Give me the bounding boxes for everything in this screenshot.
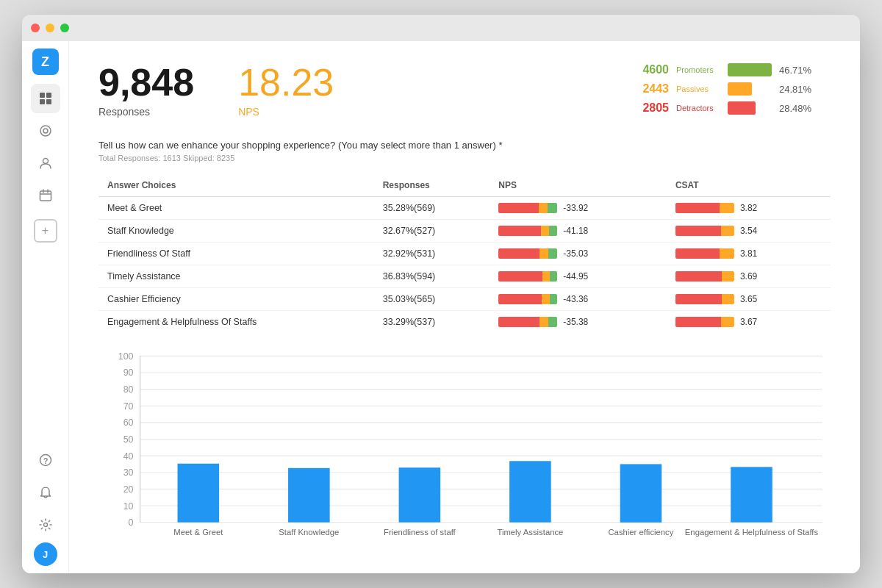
csat-value: 3.65 (740, 294, 757, 304)
close-button[interactable] (31, 24, 40, 32)
sidebar-item-help[interactable]: ? (31, 445, 60, 475)
passives-bar (728, 82, 752, 96)
nps-mini-bar (498, 226, 557, 236)
promoters-count: 4600 (639, 63, 669, 76)
cell-responses: 35.28%(569) (374, 197, 490, 220)
cell-csat: 3.67 (667, 311, 831, 334)
cell-csat: 3.54 (667, 220, 831, 243)
maximize-button[interactable] (60, 24, 69, 32)
svg-point-6 (43, 159, 48, 164)
svg-text:?: ? (43, 456, 48, 465)
cell-answer: Meet & Greet (98, 197, 374, 220)
detractors-count: 2805 (639, 101, 669, 115)
svg-text:60: 60 (123, 417, 134, 428)
minimize-button[interactable] (46, 24, 54, 32)
logo[interactable]: Z (32, 49, 59, 75)
svg-text:Cashier efficiency: Cashier efficiency (608, 528, 673, 537)
responses-label: Responses (98, 106, 194, 118)
csat-mini-bar (675, 271, 734, 282)
question-section: Tell us how can we enhance your shopping… (98, 140, 831, 162)
nps-bar-cell: -43.36 (498, 294, 658, 304)
table-row: Friendliness Of Staff32.92%(531)-35.033.… (98, 243, 831, 265)
svg-text:Meet & Greet: Meet & Greet (173, 528, 223, 537)
bar-friendliness (399, 467, 441, 522)
nps-bar-cell: -35.38 (498, 317, 658, 327)
csat-mini-bar (675, 226, 734, 236)
responses-stat: 9,848 Responses (98, 63, 194, 118)
passives-bar-container (728, 82, 772, 96)
promoters-bar-container (728, 63, 772, 76)
csat-bar-cell: 3.54 (675, 226, 822, 236)
promoters-percent: 46.71% (779, 65, 811, 76)
svg-rect-2 (40, 99, 45, 104)
cell-nps: -35.38 (490, 311, 667, 334)
add-button[interactable]: + (34, 219, 57, 243)
nps-mini-bar (498, 248, 557, 259)
passives-count: 2443 (639, 82, 669, 96)
csat-mini-bar (675, 248, 734, 259)
cell-answer: Engagement & Helpfulness Of Staffs (98, 311, 374, 334)
nps-mini-bar (498, 317, 557, 327)
cell-nps: -41.18 (490, 220, 667, 243)
promoters-row: 4600 Promoters 46.71% (639, 63, 831, 76)
table-row: Engagement & Helpfulness Of Staffs33.29%… (98, 311, 831, 334)
nps-mini-bar (498, 294, 557, 304)
nps-value: -41.18 (563, 226, 588, 236)
sidebar-item-analytics[interactable] (31, 116, 60, 146)
sidebar-item-calendar[interactable] (31, 181, 60, 210)
cell-nps: -33.92 (490, 197, 667, 220)
col-nps: NPS (490, 174, 667, 197)
nps-value: -35.03 (563, 248, 588, 259)
promoters-label: Promoters (676, 65, 720, 74)
cell-responses: 36.83%(594) (374, 265, 490, 288)
cell-answer: Staff Knowledge (98, 220, 374, 243)
cell-csat: 3.65 (667, 288, 831, 311)
bar-engagement (731, 467, 772, 522)
chart-area: 100 90 80 70 60 50 40 30 (98, 348, 831, 542)
svg-text:90: 90 (123, 368, 134, 378)
svg-rect-0 (40, 93, 45, 98)
csat-value: 3.67 (740, 317, 757, 327)
csat-mini-bar (675, 203, 734, 213)
question-meta: Total Responses: 1613 Skipped: 8235 (98, 154, 831, 162)
svg-point-4 (40, 126, 51, 136)
svg-text:40: 40 (123, 451, 134, 462)
nps-number: 18.23 (238, 63, 334, 101)
nps-label: NPS (238, 106, 334, 118)
table-row: Cashier Efficiency35.03%(565)-43.363.65 (98, 288, 831, 311)
bar-staff-knowledge (288, 468, 330, 523)
svg-text:Timely Assistance: Timely Assistance (497, 528, 563, 537)
csat-bar-cell: 3.65 (675, 294, 822, 304)
csat-mini-bar (675, 294, 734, 304)
bar-chart: 100 90 80 70 60 50 40 30 (98, 348, 831, 539)
csat-value: 3.54 (740, 226, 757, 236)
detractors-percent: 28.48% (779, 103, 811, 114)
svg-point-10 (43, 523, 47, 527)
detractors-bar-container (728, 101, 772, 115)
sidebar-item-settings[interactable] (31, 510, 60, 539)
nps-bar-cell: -35.03 (498, 248, 658, 259)
nps-bar-cell: -44.95 (498, 271, 658, 282)
col-csat: CSAT (667, 174, 831, 197)
cell-responses: 32.67%(527) (374, 220, 490, 243)
nps-value: -44.95 (563, 271, 588, 282)
user-avatar[interactable]: J (34, 542, 57, 566)
promoters-bar (728, 63, 772, 76)
csat-bar-cell: 3.69 (675, 271, 822, 282)
svg-text:50: 50 (123, 434, 134, 445)
nps-mini-bar (498, 271, 557, 282)
passives-row: 2443 Passives 24.81% (639, 82, 831, 96)
svg-rect-7 (40, 191, 51, 201)
cell-nps: -43.36 (490, 288, 667, 311)
cell-nps: -44.95 (490, 265, 667, 288)
sidebar-item-notifications[interactable] (31, 478, 60, 507)
sidebar-item-users[interactable] (31, 148, 60, 178)
svg-point-5 (43, 129, 48, 133)
svg-rect-3 (46, 99, 51, 104)
table-row: Staff Knowledge32.67%(527)-41.183.54 (98, 220, 831, 243)
nps-bar-cell: -41.18 (498, 226, 658, 236)
data-table: Answer Choices Responses NPS CSAT Meet &… (98, 174, 831, 333)
question-text: Tell us how can we enhance your shopping… (98, 140, 831, 151)
csat-value: 3.81 (740, 248, 757, 259)
sidebar-item-grid[interactable] (31, 84, 60, 113)
